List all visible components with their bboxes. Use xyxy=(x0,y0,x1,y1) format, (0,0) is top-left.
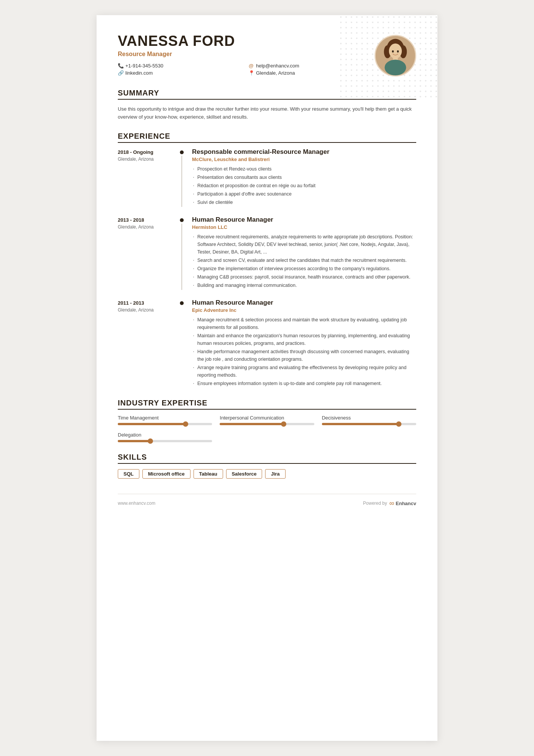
phone-value: +1-914-345-5530 xyxy=(125,63,163,69)
candidate-photo xyxy=(375,35,416,77)
footer-website: www.enhancv.com xyxy=(118,501,155,506)
exp-dot xyxy=(180,301,184,305)
exp-bullet: Search and screen CV, evaluate and selec… xyxy=(192,257,416,264)
footer-right: Powered by ∞ Enhancv xyxy=(363,499,416,507)
exp-role: Responsable commercial-Resource Manager xyxy=(192,148,416,156)
exp-bullet: Building and managing internal communica… xyxy=(192,282,416,289)
linkedin-value: linkedin.com xyxy=(125,70,153,76)
expertise-grid: Time Management Interpersonal Communicat… xyxy=(118,415,416,442)
exp-date: 2018 - Ongoing xyxy=(118,149,172,156)
expertise-title: INDUSTRY EXPERTISE xyxy=(118,399,416,410)
exp-bullets: Manage recruitment & selection process a… xyxy=(192,316,416,387)
phone-icon: 📞 xyxy=(118,63,123,69)
exp-bullet: Suivi de clientèle xyxy=(192,199,416,206)
contact-location: 📍 Glendale, Arizona xyxy=(248,70,367,76)
exp-date: 2013 - 2018 xyxy=(118,217,172,224)
candidate-name: VANESSA FORD xyxy=(118,33,367,49)
expertise-bar-fill xyxy=(220,423,284,425)
experience-item: 2018 - Ongoing Glendale, Arizona Respons… xyxy=(118,148,416,207)
powered-by-label: Powered by xyxy=(363,501,387,506)
exp-role: Human Resource Manager xyxy=(192,299,416,307)
exp-left: 2018 - Ongoing Glendale, Arizona xyxy=(118,148,178,207)
exp-bullet: Handle performance management activities… xyxy=(192,348,416,363)
experience-list: 2018 - Ongoing Glendale, Arizona Respons… xyxy=(118,148,416,388)
svg-point-10 xyxy=(397,50,399,53)
exp-bullet: Ensure employees information system is u… xyxy=(192,380,416,387)
experience-section: EXPERIENCE 2018 - Ongoing Glendale, Ariz… xyxy=(118,132,416,388)
expertise-section: INDUSTRY EXPERTISE Time Management Inter… xyxy=(118,399,416,442)
exp-location: Glendale, Arizona xyxy=(118,157,172,162)
experience-title: EXPERIENCE xyxy=(118,132,416,143)
contact-grid: 📞 +1-914-345-5530 @ help@enhancv.com 🔗 l… xyxy=(118,63,367,76)
expertise-bar-track xyxy=(118,440,212,442)
skills-section: SKILLS SQLMicrosoft officeTableauSalesfo… xyxy=(118,453,416,479)
exp-location: Glendale, Arizona xyxy=(118,224,172,230)
exp-dot xyxy=(180,150,184,154)
skill-tag: Jira xyxy=(265,469,285,479)
expertise-label: Time Management xyxy=(118,415,212,421)
exp-bullet: Receive recruitment requirements, analyz… xyxy=(192,233,416,256)
expertise-item: Delegation xyxy=(118,432,212,442)
exp-dot xyxy=(180,218,184,222)
experience-item: 2011 - 2013 Glendale, Arizona Human Reso… xyxy=(118,299,416,388)
exp-location: Glendale, Arizona xyxy=(118,307,172,313)
contact-email: @ help@enhancv.com xyxy=(248,63,367,69)
expertise-bar-track xyxy=(118,423,212,425)
expertise-item: Interpersonal Communication xyxy=(220,415,314,425)
exp-bullet: Manage recruitment & selection process a… xyxy=(192,316,416,331)
expertise-label: Delegation xyxy=(118,432,212,438)
exp-company: McClure, Leuschke and Balistreri xyxy=(192,157,416,162)
header-left: VANESSA FORD Resource Manager 📞 +1-914-3… xyxy=(118,33,367,76)
exp-bullets: Prospection et Rendez-vous clientsPrésen… xyxy=(192,165,416,206)
exp-line xyxy=(181,224,182,290)
svg-point-9 xyxy=(392,50,394,53)
exp-bullet: Prospection et Rendez-vous clients xyxy=(192,165,416,173)
summary-title: SUMMARY xyxy=(118,89,416,100)
exp-date: 2011 - 2013 xyxy=(118,300,172,307)
exp-bullet: Arrange require training programs and ev… xyxy=(192,364,416,379)
summary-section: SUMMARY Use this opportunity to intrigue… xyxy=(118,89,416,121)
exp-bullet: Organize the implementation of interview… xyxy=(192,265,416,272)
exp-bullets: Receive recruitment requirements, analyz… xyxy=(192,233,416,289)
linkedin-icon: 🔗 xyxy=(118,70,123,76)
exp-line xyxy=(181,156,182,207)
skill-tag: Tableau xyxy=(194,469,223,479)
exp-bullet: Rédaction et proposition de contrat en r… xyxy=(192,182,416,189)
expertise-bar-track xyxy=(220,423,314,425)
exp-left: 2011 - 2013 Glendale, Arizona xyxy=(118,299,178,388)
skills-tags: SQLMicrosoft officeTableauSalesforceJira xyxy=(118,469,416,479)
contact-phone: 📞 +1-914-345-5530 xyxy=(118,63,236,69)
exp-bullet: Managing C&B processes: payroll, social … xyxy=(192,273,416,281)
email-value: help@enhancv.com xyxy=(256,63,299,69)
expertise-item: Decisiveness xyxy=(322,415,416,425)
exp-left: 2013 - 2018 Glendale, Arizona xyxy=(118,216,178,290)
enhancv-icon: ∞ xyxy=(389,499,394,507)
svg-point-8 xyxy=(385,59,406,75)
skills-title: SKILLS xyxy=(118,453,416,464)
expertise-bar-fill xyxy=(118,440,151,442)
exp-bullet: Participation à appel d'offre avec soute… xyxy=(192,190,416,198)
exp-right: Human Resource Manager Epic Adventure In… xyxy=(185,299,416,388)
exp-right: Human Resource Manager Hermiston LLC Rec… xyxy=(185,216,416,290)
exp-right: Responsable commercial-Resource Manager … xyxy=(185,148,416,207)
exp-divider xyxy=(178,299,185,388)
header: VANESSA FORD Resource Manager 📞 +1-914-3… xyxy=(118,33,416,77)
exp-role: Human Resource Manager xyxy=(192,216,416,224)
exp-divider xyxy=(178,216,185,290)
expertise-bar-track xyxy=(322,423,416,425)
exp-company: Epic Adventure Inc xyxy=(192,307,416,313)
exp-bullet: Maintain and enhance the organization's … xyxy=(192,332,416,347)
contact-linkedin: 🔗 linkedin.com xyxy=(118,70,236,76)
exp-company: Hermiston LLC xyxy=(192,224,416,230)
experience-item: 2013 - 2018 Glendale, Arizona Human Reso… xyxy=(118,216,416,290)
resume-page: VANESSA FORD Resource Manager 📞 +1-914-3… xyxy=(97,15,437,741)
footer: www.enhancv.com Powered by ∞ Enhancv xyxy=(118,494,416,507)
svg-point-6 xyxy=(389,44,402,59)
summary-text: Use this opportunity to intrigue and dra… xyxy=(118,105,416,121)
expertise-label: Decisiveness xyxy=(322,415,416,421)
expertise-bar-fill xyxy=(322,423,399,425)
skill-tag: Salesforce xyxy=(226,469,262,479)
expertise-bar-fill xyxy=(118,423,186,425)
candidate-title: Resource Manager xyxy=(118,51,367,58)
enhancv-brand: Enhancv xyxy=(396,501,416,506)
